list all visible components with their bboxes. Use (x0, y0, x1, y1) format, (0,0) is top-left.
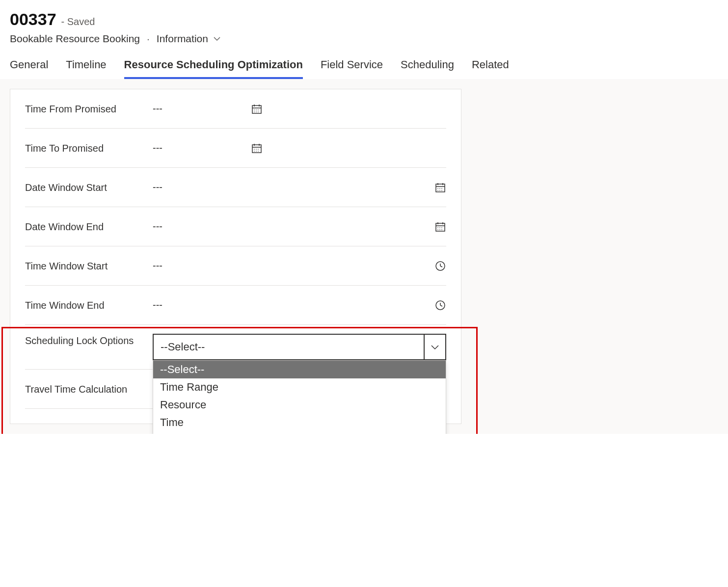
form-selector[interactable]: Information (157, 33, 223, 45)
svg-point-17 (254, 151, 255, 152)
field-value: --- (153, 142, 162, 154)
svg-point-5 (256, 109, 257, 110)
field-date-window-start[interactable]: Date Window Start --- (25, 168, 446, 207)
tab-related[interactable]: Related (472, 58, 509, 79)
svg-point-15 (256, 149, 257, 150)
svg-point-29 (441, 190, 442, 191)
calendar-icon[interactable] (434, 182, 446, 193)
svg-point-38 (439, 229, 440, 230)
record-header: 00337 - Saved Bookable Resource Booking … (0, 0, 728, 50)
svg-rect-0 (252, 106, 261, 113)
select-value: --Select-- (161, 341, 205, 353)
form-card: Time From Promised --- Time To Promised … (10, 89, 461, 424)
svg-point-26 (441, 188, 442, 189)
svg-point-6 (258, 109, 259, 110)
chevron-down-icon (211, 33, 223, 45)
save-status: - Saved (61, 16, 95, 27)
scheduling-lock-select[interactable]: --Select-- (153, 334, 446, 360)
field-label: Travel Time Calculation (25, 382, 153, 396)
field-label: Scheduling Lock Options (25, 334, 153, 347)
tab-resource-scheduling-optimization[interactable]: Resource Scheduling Optimization (124, 58, 303, 79)
field-value: --- (153, 182, 162, 193)
separator-dot: · (147, 33, 150, 45)
field-scheduling-lock-options[interactable]: Scheduling Lock Options --Select-- --Sel… (25, 325, 446, 370)
field-value: --- (153, 299, 162, 311)
chevron-down-icon (424, 335, 445, 359)
svg-point-14 (254, 149, 255, 150)
svg-point-34 (437, 227, 438, 228)
svg-point-39 (441, 229, 442, 230)
svg-point-25 (439, 188, 440, 189)
svg-point-8 (256, 111, 257, 112)
tab-field-service[interactable]: Field Service (321, 58, 383, 79)
dropdown-option-time-range[interactable]: Time Range (153, 378, 446, 396)
svg-point-28 (439, 190, 440, 191)
svg-rect-10 (252, 145, 261, 153)
tab-list: General Timeline Resource Scheduling Opt… (0, 50, 728, 79)
dropdown-option-resource-time[interactable]: Resource + Time (153, 431, 446, 434)
clock-icon[interactable] (434, 260, 446, 272)
field-value: --- (153, 260, 162, 271)
svg-line-42 (440, 266, 442, 267)
dropdown-option-select[interactable]: --Select-- (153, 361, 446, 378)
field-time-window-start[interactable]: Time Window Start --- (25, 246, 446, 286)
field-value: --- (153, 221, 162, 232)
svg-point-16 (258, 149, 259, 150)
scheduling-lock-dropdown: --Select-- Time Range Resource Time Reso… (153, 360, 446, 434)
svg-point-9 (258, 111, 259, 112)
svg-point-27 (437, 190, 438, 191)
field-value: --- (153, 103, 162, 114)
svg-point-37 (437, 229, 438, 230)
svg-point-4 (254, 109, 255, 110)
field-time-from-promised[interactable]: Time From Promised --- (25, 89, 446, 129)
field-time-to-promised[interactable]: Time To Promised --- (25, 129, 446, 168)
field-label: Time Window Start (25, 259, 153, 273)
dropdown-option-resource[interactable]: Resource (153, 396, 446, 414)
svg-point-24 (437, 188, 438, 189)
field-label: Time Window End (25, 298, 153, 312)
svg-rect-30 (436, 223, 445, 231)
field-date-window-end[interactable]: Date Window End --- (25, 207, 446, 246)
field-label: Date Window Start (25, 181, 153, 194)
calendar-icon[interactable] (251, 142, 263, 154)
field-label: Date Window End (25, 220, 153, 234)
field-time-window-end[interactable]: Time Window End --- (25, 286, 446, 325)
clock-icon[interactable] (434, 299, 446, 311)
field-label: Time To Promised (25, 141, 153, 155)
calendar-icon[interactable] (434, 221, 446, 233)
svg-point-18 (256, 151, 257, 152)
content-area: Time From Promised --- Time To Promised … (0, 79, 728, 434)
form-name: Information (157, 33, 208, 45)
field-label: Time From Promised (25, 102, 153, 116)
svg-point-7 (254, 111, 255, 112)
svg-point-35 (439, 227, 440, 228)
entity-name: Bookable Resource Booking (10, 33, 140, 45)
record-title: 00337 (10, 10, 56, 29)
svg-line-45 (440, 305, 442, 306)
svg-point-36 (441, 227, 442, 228)
tab-scheduling[interactable]: Scheduling (401, 58, 454, 79)
svg-rect-20 (436, 184, 445, 192)
svg-point-19 (258, 151, 259, 152)
tab-timeline[interactable]: Timeline (66, 58, 106, 79)
calendar-icon[interactable] (251, 103, 263, 115)
tab-general[interactable]: General (10, 58, 48, 79)
dropdown-option-time[interactable]: Time (153, 414, 446, 431)
